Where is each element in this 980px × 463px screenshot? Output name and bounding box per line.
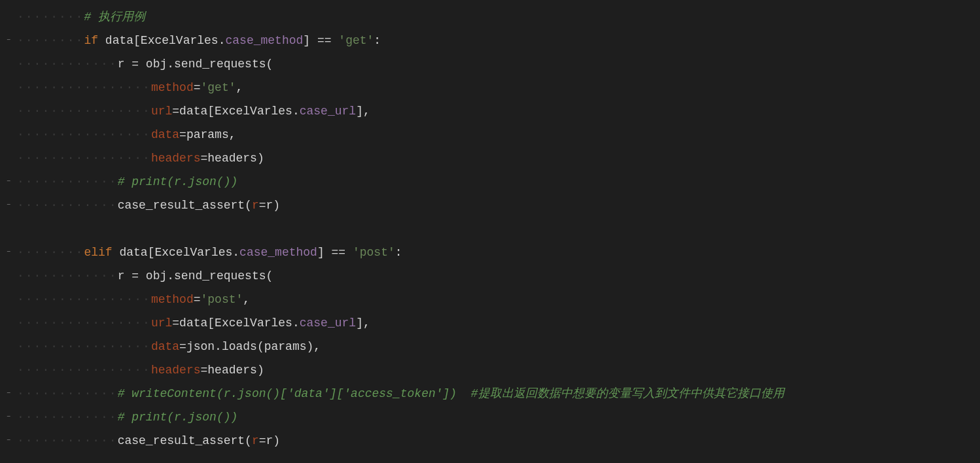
code-token: 'post' [201,288,243,311]
code-token: # print(r.json()) [118,170,238,194]
fold-marker-icon[interactable]: − [5,179,12,185]
code-token: data[ExcelVarles. [105,29,226,52]
code-line[interactable]: ················url=data[ExcelVarles.cas… [17,99,980,123]
fold-marker-icon[interactable]: − [5,202,12,209]
code-line[interactable]: ········# 执行用例 [17,5,980,29]
code-token: 'get' [201,76,236,99]
code-line[interactable]: ············case_result_assert(r=r) [17,429,980,453]
fold-marker-icon[interactable]: − [5,390,12,397]
code-line[interactable]: ············r = obj.send_requests( [17,264,980,288]
code-token: url [151,99,172,123]
code-line[interactable]: ············# writeContent(r.json()['dat… [17,382,980,405]
code-line[interactable]: ········if data[ExcelVarles.case_method]… [17,29,980,52]
code-token: data[ExcelVarles. [119,241,239,264]
code-token: headers [151,358,201,382]
code-token: method [151,76,194,99]
code-token: = [194,288,201,311]
code-token: =headers) [201,146,264,170]
code-token: ], [356,311,370,335]
code-token: r [252,194,259,217]
code-line[interactable] [17,217,980,241]
code-line[interactable]: ················method='post', [17,288,980,311]
code-token: ] == [317,241,353,264]
code-token: =data[ExcelVarles. [172,311,299,335]
code-token: case_url [300,311,356,335]
code-line[interactable]: ············# print(r.json()) [17,405,980,429]
code-line[interactable]: ········elif data[ExcelVarles.case_metho… [17,241,980,264]
code-editor-area[interactable]: ········# 执行用例········if data[ExcelVarle… [17,0,980,453]
code-token: data [151,335,179,358]
code-token: : [395,241,402,264]
code-token: =json.loads(params), [179,335,321,358]
code-token: # print(r.json()) [118,405,238,429]
code-token: case_method [239,241,317,264]
fold-marker-icon[interactable]: − [5,437,12,444]
code-token: 'post' [353,241,395,264]
code-token: data [151,123,179,146]
code-token: method [151,288,194,311]
code-token: # 执行用例 [84,5,145,29]
code-token: =r) [259,194,280,217]
code-token: r [252,429,259,453]
code-token: r = obj.send_requests( [118,52,273,76]
code-line[interactable]: ················method='get', [17,76,980,99]
code-token: url [151,311,172,335]
code-token: , [236,76,243,99]
fold-marker-icon[interactable]: − [5,414,12,420]
code-token: if [84,29,105,52]
code-token: case_method [225,29,303,52]
code-token: headers [151,146,201,170]
code-token: =headers) [201,358,264,382]
code-line[interactable]: ················data=params, [17,123,980,146]
fold-marker-icon[interactable]: − [5,249,12,256]
fold-marker-icon[interactable]: − [5,37,12,44]
code-token: ] == [303,29,338,52]
code-token: case_result_assert( [118,194,252,217]
code-token: case_url [300,99,356,123]
code-token: , [243,288,250,311]
code-token: =params, [179,123,236,146]
code-line[interactable]: ············case_result_assert(r=r) [17,194,980,217]
code-token: ], [356,99,370,123]
code-line[interactable]: ············# print(r.json()) [17,170,980,194]
code-token: = [194,76,201,99]
code-token: 'get' [338,29,374,52]
code-token: : [374,29,381,52]
code-line[interactable]: ············r = obj.send_requests( [17,52,980,76]
editor-gutter: −−−−−−− [0,0,17,463]
code-token: case_result_assert( [118,429,252,453]
code-token: =r) [259,429,280,453]
code-token: =data[ExcelVarles. [172,99,299,123]
code-line[interactable]: ················headers=headers) [17,358,980,382]
code-token: # writeContent(r.json()['data']['access_… [118,382,784,405]
code-token: elif [84,241,119,264]
code-line[interactable]: ················url=data[ExcelVarles.cas… [17,311,980,335]
code-token: r = obj.send_requests( [118,264,273,288]
code-line[interactable]: ················data=json.loads(params), [17,335,980,358]
code-line[interactable]: ················headers=headers) [17,146,980,170]
